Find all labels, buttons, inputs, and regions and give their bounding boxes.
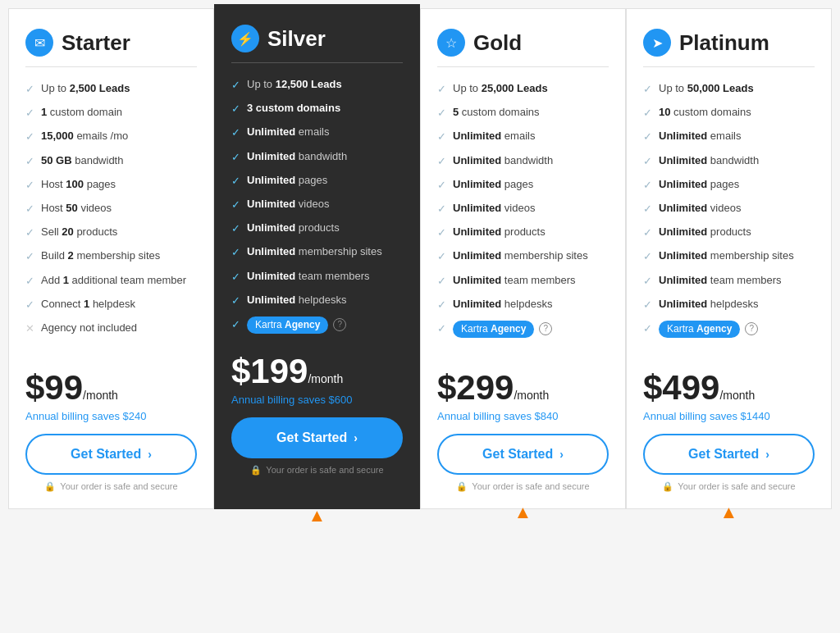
list-item: ✓15,000 emails /mo xyxy=(25,125,197,148)
list-item: ✓Add 1 additional team member xyxy=(25,269,197,293)
list-item: ✓Unlimited pages xyxy=(643,173,815,197)
annual-savings-silver: Annual billing saves $600 xyxy=(231,394,403,406)
list-item: ✓Unlimited membership sites xyxy=(643,244,815,268)
get-started-button-gold[interactable]: Get Started › xyxy=(437,434,609,475)
list-item: ✓1 custom domain xyxy=(25,101,197,125)
list-item: ✓Unlimited pages xyxy=(437,173,609,197)
list-item: ✓Up to 12,500 Leads xyxy=(231,73,403,97)
features-list-starter: ✓Up to 2,500 Leads✓1 custom domain✓15,00… xyxy=(25,77,197,354)
get-started-button-starter[interactable]: Get Started › xyxy=(25,434,197,475)
plan-card-gold: ☆Gold✓Up to 25,000 Leads✓5 custom domain… xyxy=(420,8,626,509)
list-item: ✓Up to 2,500 Leads xyxy=(25,77,197,101)
price-section-silver: $199/monthAnnual billing saves $600Get S… xyxy=(231,354,403,476)
list-item: ✓Sell 20 products xyxy=(25,221,197,244)
plan-name-silver: Silver xyxy=(267,26,326,52)
list-item: ✓Unlimited membership sites xyxy=(437,244,609,268)
list-item: ✓Unlimited team members xyxy=(231,265,403,289)
plan-header-platinum: ➤Platinum xyxy=(643,29,815,67)
plan-header-silver: ⚡Silver xyxy=(231,25,403,63)
list-item: ✓Unlimited videos xyxy=(437,197,609,221)
list-item: ✓Unlimited bandwidth xyxy=(437,149,609,173)
list-item: ✓Unlimited bandwidth xyxy=(643,149,815,173)
plan-name-platinum: Platinum xyxy=(679,30,769,56)
agency-badge: Kartra Agency? xyxy=(453,321,552,338)
plan-card-starter: ✉Starter✓Up to 2,500 Leads✓1 custom doma… xyxy=(8,8,214,509)
secure-text-starter: 🔒 Your order is safe and secure xyxy=(25,481,197,492)
annual-savings-starter: Annual billing saves $240 xyxy=(25,410,197,422)
pricing-container: ✉Starter✓Up to 2,500 Leads✓1 custom doma… xyxy=(8,8,832,509)
annual-savings-gold: Annual billing saves $840 xyxy=(437,410,609,422)
secure-text-gold: 🔒 Your order is safe and secure xyxy=(437,481,609,492)
list-item: ✓Unlimited products xyxy=(643,221,815,244)
list-item: ✓Kartra Agency? xyxy=(643,316,815,342)
agency-badge: Kartra Agency? xyxy=(659,321,758,338)
list-item: ✓Build 2 membership sites xyxy=(25,244,197,268)
list-item: ✓Unlimited pages xyxy=(231,169,403,193)
list-item: ✓Up to 25,000 Leads xyxy=(437,77,609,101)
list-item: ✓10 custom domains xyxy=(643,101,815,125)
plan-icon-platinum: ➤ xyxy=(643,29,671,57)
agency-badge: Kartra Agency? xyxy=(247,316,346,334)
features-list-platinum: ✓Up to 50,000 Leads✓10 custom domains✓Un… xyxy=(643,77,815,354)
plan-name-starter: Starter xyxy=(62,30,130,56)
list-item: ✓Host 50 videos xyxy=(25,197,197,221)
get-started-button-silver[interactable]: Get Started › xyxy=(231,417,403,458)
list-item: ✓Unlimited bandwidth xyxy=(231,145,403,169)
list-item: ✓Up to 50,000 Leads xyxy=(643,77,815,101)
list-item: ✓Host 100 pages xyxy=(25,173,197,197)
annual-savings-platinum: Annual billing saves $1440 xyxy=(643,410,815,422)
list-item: ✓50 GB bandwidth xyxy=(25,149,197,173)
features-list-gold: ✓Up to 25,000 Leads✓5 custom domains✓Unl… xyxy=(437,77,609,354)
price-main-gold: $299/month xyxy=(437,371,609,405)
list-item: ✓Unlimited products xyxy=(231,216,403,240)
plan-name-gold: Gold xyxy=(473,30,522,56)
secure-text-platinum: 🔒 Your order is safe and secure xyxy=(643,481,815,492)
plan-header-starter: ✉Starter xyxy=(25,29,197,67)
list-item: ✓Unlimited helpdesks xyxy=(231,289,403,312)
list-item: ✓Unlimited team members xyxy=(643,269,815,293)
list-item: ✓Unlimited products xyxy=(437,221,609,244)
list-item: ✓Unlimited helpdesks xyxy=(643,293,815,316)
price-main-platinum: $499/month xyxy=(643,371,815,405)
list-item: ✓Unlimited emails xyxy=(437,125,609,148)
list-item: ✓Unlimited emails xyxy=(643,125,815,148)
list-item: ✕Agency not included xyxy=(25,316,197,340)
list-item: ✓Unlimited helpdesks xyxy=(437,293,609,316)
list-item: ✓Kartra Agency? xyxy=(437,316,609,342)
list-item: ✓Unlimited emails xyxy=(231,121,403,144)
arrow-indicator-silver: ▲ xyxy=(308,505,326,526)
price-section-gold: $299/monthAnnual billing saves $840Get S… xyxy=(437,371,609,492)
list-item: ✓Unlimited team members xyxy=(437,269,609,293)
list-item: ✓Unlimited videos xyxy=(643,197,815,221)
price-section-starter: $99/monthAnnual billing saves $240Get St… xyxy=(25,371,197,492)
plan-icon-gold: ☆ xyxy=(437,29,465,57)
arrow-indicator-gold: ▲ xyxy=(514,502,532,523)
plan-card-platinum: ➤Platinum✓Up to 50,000 Leads✓10 custom d… xyxy=(626,8,832,509)
plan-icon-starter: ✉ xyxy=(25,29,53,57)
list-item: ✓Unlimited videos xyxy=(231,193,403,216)
price-main-starter: $99/month xyxy=(25,371,197,405)
price-section-platinum: $499/monthAnnual billing saves $1440Get … xyxy=(643,371,815,492)
plan-icon-silver: ⚡ xyxy=(231,25,259,52)
plan-card-silver: ⚡Silver✓Up to 12,500 Leads✓3 custom doma… xyxy=(214,4,420,509)
secure-text-silver: 🔒 Your order is safe and secure xyxy=(231,465,403,476)
list-item: ✓Connect 1 helpdesk xyxy=(25,293,197,316)
list-item: ✓Kartra Agency? xyxy=(231,312,403,338)
features-list-silver: ✓Up to 12,500 Leads✓3 custom domains✓Unl… xyxy=(231,73,403,338)
plan-header-gold: ☆Gold xyxy=(437,29,609,67)
price-main-silver: $199/month xyxy=(231,354,403,389)
get-started-button-platinum[interactable]: Get Started › xyxy=(643,434,815,475)
list-item: ✓5 custom domains xyxy=(437,101,609,125)
list-item: ✓Unlimited membership sites xyxy=(231,240,403,264)
list-item: ✓3 custom domains xyxy=(231,97,403,121)
arrow-indicator-platinum: ▲ xyxy=(720,502,738,523)
